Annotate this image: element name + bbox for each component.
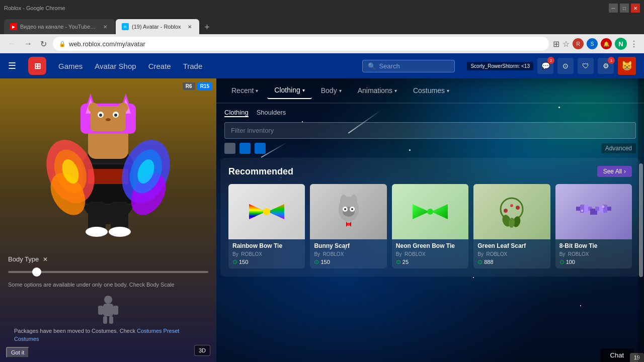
svg-point-17 <box>118 103 128 113</box>
maximize-button[interactable]: □ <box>620 4 629 13</box>
body-type-note: Some options are available under only on… <box>8 281 208 289</box>
slider-thumb[interactable] <box>32 267 41 277</box>
costumes-link[interactable]: Costumes <box>137 328 162 334</box>
robux-icon[interactable]: ⊙ <box>557 58 574 74</box>
body-type-close[interactable]: ✕ <box>43 256 48 263</box>
search-icon: 🔍 <box>368 62 376 70</box>
item-8bit-bow-tie[interactable]: 8-Bit Bow Tie By ROBLOX ⊙ 100 <box>555 184 632 268</box>
back-button[interactable]: ← <box>6 37 18 50</box>
item-rainbow-bow-tie-info: Rainbow Bow Tie By ROBLOX ⊙ 150 <box>228 239 305 268</box>
avatar1-icon[interactable]: R <box>573 38 584 49</box>
item-rainbow-bow-tie[interactable]: Rainbow Bow Tie By ROBLOX ⊙ 150 <box>228 184 305 268</box>
svg-point-63 <box>504 209 508 213</box>
item-rainbow-bow-tie-creator: By ROBLOX <box>232 251 301 257</box>
svg-marker-56 <box>413 204 429 219</box>
svg-point-20 <box>99 114 102 117</box>
youtube-tab-close[interactable]: ✕ <box>102 23 109 30</box>
packages-note: Packages have been moved to Costumes. Ch… <box>6 323 210 347</box>
youtube-favicon: ▶ <box>10 23 17 30</box>
browser-chrome: Roblox - Google Chrome ─ □ ✕ ▶ Видео на … <box>0 0 644 53</box>
svg-rect-36 <box>109 316 113 324</box>
tab-clothing[interactable]: Clothing ▾ <box>267 82 311 99</box>
robux-symbol: ⊙ <box>562 62 569 70</box>
item-neon-green-bow-tie[interactable]: Neon Green Bow Tie By ROBLOX ⊙ 25 <box>392 184 468 268</box>
advanced-button[interactable]: Advanced <box>601 143 636 153</box>
sub-nav-clothing[interactable]: Clothing <box>224 109 249 117</box>
tab-body[interactable]: Body ▾ <box>314 82 349 99</box>
avatar-face-icon: 😸 <box>621 60 632 71</box>
tab-costumes[interactable]: Costumes ▾ <box>406 82 456 99</box>
svg-rect-34 <box>113 306 118 315</box>
svg-point-55 <box>347 223 350 226</box>
nav-trade[interactable]: Trade <box>183 62 203 70</box>
tab-animations[interactable]: Animations ▾ <box>351 82 404 99</box>
item-8bit-bow-tie-info: 8-Bit Bow Tie By ROBLOX ⊙ 100 <box>555 239 632 268</box>
search-input[interactable] <box>379 62 449 70</box>
avatar2-icon[interactable]: S <box>587 38 598 49</box>
url-bar[interactable]: 🔒 web.roblox.com/my/avatar <box>53 37 549 51</box>
nav-games[interactable]: Games <box>58 62 83 70</box>
svg-point-8 <box>109 227 131 237</box>
nav-search[interactable]: 🔍 <box>362 60 455 72</box>
see-all-button[interactable]: See All › <box>597 166 632 177</box>
r15-badge[interactable]: R15 <box>197 82 212 90</box>
tab-bar: ▶ Видео на канале - YouTube Studio ✕ R (… <box>0 16 644 34</box>
grid-view-2[interactable] <box>239 143 251 154</box>
roblox-tab-close[interactable]: ✕ <box>186 23 193 30</box>
minimize-button[interactable]: ─ <box>609 4 618 13</box>
item-8bit-bow-tie-name: 8-Bit Bow Tie <box>559 242 628 250</box>
settings-icon[interactable]: ⚙ 1 <box>598 58 614 74</box>
avatar-badges: R6 R15 <box>183 82 212 90</box>
item-8bit-bow-tie-creator: By ROBLOX <box>559 251 628 257</box>
messages-icon[interactable]: 💬 2 <box>537 58 553 74</box>
item-neon-green-bow-tie-info: Neon Green Bow Tie By ROBLOX ⊙ 25 <box>392 239 468 268</box>
new-tab-button[interactable]: + <box>200 20 214 34</box>
item-green-leaf-scarf[interactable]: Green Leaf Scarf By ROBLOX ⊙ 888 <box>473 184 550 268</box>
bookmark-icon[interactable]: ☆ <box>562 39 570 49</box>
translate-icon[interactable]: ⊞ <box>553 39 559 49</box>
filter-input[interactable] <box>224 122 636 139</box>
refresh-button[interactable]: ↻ <box>38 37 49 51</box>
tab-roblox[interactable]: R (19) Avatar - Roblox ✕ <box>116 19 199 34</box>
neon-bowtie-svg <box>410 197 450 227</box>
sub-nav-shoulders[interactable]: Shoulders <box>257 109 286 117</box>
svg-rect-77 <box>603 209 607 213</box>
recent-tab-arrow: ▾ <box>256 88 258 94</box>
hamburger-menu[interactable]: ☰ <box>8 60 16 71</box>
grid-view-1[interactable] <box>224 143 235 154</box>
grid-view-3[interactable] <box>255 143 266 154</box>
rainbow-bowtie-svg <box>247 197 287 227</box>
item-green-leaf-scarf-price: ⊙ 888 <box>477 258 546 265</box>
recommended-header: Recommended See All › <box>228 166 632 177</box>
item-bunny-scarf[interactable]: Bunny Scarf By ROBLOX ⊙ 150 <box>310 184 386 268</box>
avatar3-icon[interactable]: 🔔 <box>601 38 612 49</box>
chat-button[interactable]: Chat <box>600 348 634 362</box>
chrome-menu-icon[interactable]: ⋮ <box>630 39 638 49</box>
shield-icon-nav[interactable]: 🛡 <box>578 58 594 74</box>
packages-note-area: Packages have been moved to Costumes. Ch… <box>0 323 216 347</box>
close-button[interactable]: ✕ <box>631 4 640 13</box>
r6-badge[interactable]: R6 <box>183 82 195 90</box>
item-green-leaf-scarf-name: Green Leaf Scarf <box>477 242 546 250</box>
roblox-avatar-nav[interactable]: 😸 <box>618 57 636 75</box>
item-neon-green-bow-tie-price: ⊙ 25 <box>396 258 464 265</box>
item-bunny-scarf-creator: By ROBLOX <box>314 251 382 257</box>
star-6 <box>473 277 474 278</box>
right-panel: Recent ▾ Clothing ▾ Body ▾ Animations ▾ … <box>216 78 644 362</box>
svg-point-44 <box>263 208 270 215</box>
address-bar: ← → ↻ 🔒 web.roblox.com/my/avatar ⊞ ☆ R S… <box>0 34 644 53</box>
body-type-slider[interactable] <box>8 267 208 277</box>
tab-youtube[interactable]: ▶ Видео на канале - YouTube Studio ✕ <box>4 19 115 34</box>
8bit-bowtie-svg <box>574 197 614 227</box>
tab-recent[interactable]: Recent ▾ <box>224 82 265 99</box>
forward-button[interactable]: → <box>22 37 34 50</box>
got-it-button[interactable]: Got it <box>6 347 29 358</box>
nav-create[interactable]: Create <box>148 62 171 70</box>
profile-icon[interactable]: N <box>615 38 627 50</box>
window-controls[interactable]: ─ □ ✕ <box>609 4 640 13</box>
nav-avatar-shop[interactable]: Avatar Shop <box>95 62 136 70</box>
svg-point-58 <box>427 209 433 215</box>
roblox-logo: ⊞ <box>28 57 46 75</box>
url-text: web.roblox.com/my/avatar <box>69 40 543 48</box>
item-green-leaf-scarf-creator: By ROBLOX <box>477 251 546 257</box>
